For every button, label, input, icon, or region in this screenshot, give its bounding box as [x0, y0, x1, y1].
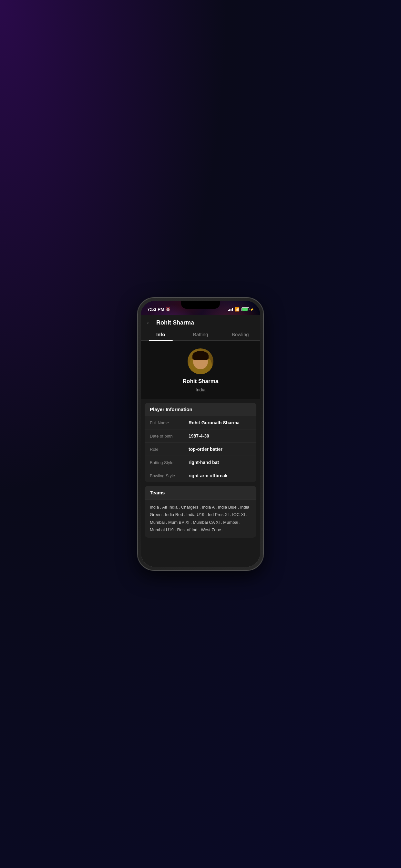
- status-icons: 📶 ⚡: [228, 307, 254, 312]
- player-name: Rohit Sharma: [183, 378, 219, 384]
- profile-section: Rohit Sharma India: [141, 341, 260, 399]
- tab-batting[interactable]: Batting: [181, 329, 220, 340]
- value-fullname: Rohit Gurunath Sharma: [189, 420, 251, 425]
- info-row-bowling-style: Bowling Style right-arm offbreak: [145, 469, 256, 482]
- value-batting-style: right-hand bat: [189, 460, 251, 465]
- alarm-icon: ⏰: [166, 307, 171, 312]
- battery-indicator: ⚡: [242, 307, 254, 311]
- label-batting-style: Batting Style: [150, 460, 189, 465]
- battery-fill: [242, 308, 248, 311]
- value-bowling-style: right-arm offbreak: [189, 473, 251, 478]
- signal-icon: [228, 307, 233, 311]
- player-info-card: Player Information Full Name Rohit Gurun…: [145, 403, 256, 482]
- teams-title: Teams: [145, 486, 256, 500]
- label-dob: Date of birth: [150, 433, 189, 438]
- avatar: [188, 348, 213, 374]
- page-header: ← Rohit Sharma: [141, 315, 260, 327]
- teams-card: Teams India . Air India . Chargers . Ind…: [145, 486, 256, 538]
- avatar-hair: [192, 351, 209, 360]
- wifi-icon: 📶: [235, 307, 240, 312]
- app-content: ← Rohit Sharma Info Batting Bowling: [141, 315, 260, 567]
- notch: [181, 301, 220, 309]
- page-title: Rohit Sharma: [156, 319, 194, 326]
- charging-icon: ⚡: [250, 308, 254, 311]
- info-row-batting-style: Batting Style right-hand bat: [145, 456, 256, 469]
- player-country: India: [196, 387, 205, 392]
- phone-screen: 7:53 PM ⏰ 📶 ⚡: [141, 301, 260, 567]
- avatar-face: [188, 348, 213, 374]
- teams-content: India . Air India . Chargers . India A .…: [145, 500, 256, 538]
- value-dob: 1987-4-30: [189, 433, 251, 438]
- phone-frame: 7:53 PM ⏰ 📶 ⚡: [137, 298, 264, 570]
- tab-info[interactable]: Info: [141, 329, 181, 340]
- label-bowling-style: Bowling Style: [150, 473, 189, 478]
- label-role: Role: [150, 446, 189, 452]
- info-row-dob: Date of birth 1987-4-30: [145, 430, 256, 443]
- teams-list: India . Air India . Chargers . India A .…: [150, 503, 251, 534]
- info-row-role: Role top-order batter: [145, 443, 256, 456]
- tab-bowling[interactable]: Bowling: [220, 329, 260, 340]
- back-button[interactable]: ←: [146, 319, 152, 327]
- player-info-title: Player Information: [145, 403, 256, 416]
- status-time: 7:53 PM ⏰: [147, 307, 171, 312]
- label-fullname: Full Name: [150, 420, 189, 425]
- battery-icon: [242, 307, 249, 311]
- info-row-fullname: Full Name Rohit Gurunath Sharma: [145, 416, 256, 430]
- value-role: top-order batter: [189, 446, 251, 452]
- time-display: 7:53 PM: [147, 307, 164, 312]
- tab-bar: Info Batting Bowling: [141, 327, 260, 341]
